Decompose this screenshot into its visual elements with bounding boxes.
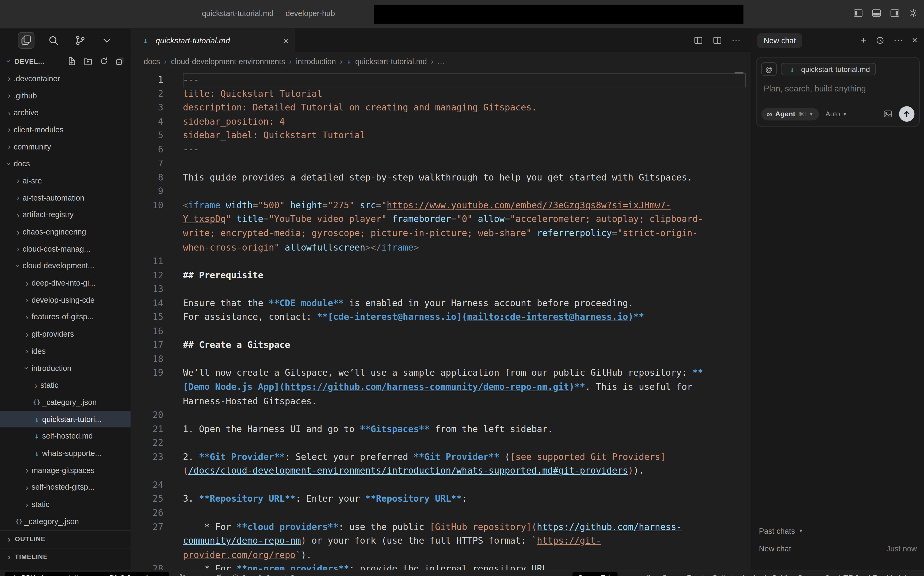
status-screen-reader[interactable]: Screen Reader Optimized	[662, 573, 744, 576]
breadcrumb-item[interactable]: ...	[438, 57, 444, 66]
code-line[interactable]: 22	[131, 437, 750, 450]
breadcrumb-item[interactable]: cloud-development-environments	[171, 57, 285, 66]
code-line[interactable]: 27 * For **cloud providers**: use the pu…	[131, 520, 750, 534]
code-line[interactable]: 1---	[131, 73, 750, 87]
code-editor[interactable]: 1---2title: Quickstart Tutorial3descript…	[131, 70, 750, 573]
status-zoom-status[interactable]	[645, 573, 653, 576]
status-eol[interactable]: LF	[869, 573, 877, 576]
split-editor-icon[interactable]	[713, 35, 722, 45]
status-errors[interactable]: 0	[231, 573, 246, 576]
code-line[interactable]: 15For assistance, contact: **[cde-intere…	[131, 311, 750, 325]
tree-item-develop-using-cde[interactable]: ›develop-using-cde	[0, 291, 131, 309]
new-file-icon[interactable]	[67, 56, 77, 66]
code-line[interactable]: provider.com/org/repo`).	[131, 548, 750, 562]
breadcrumb-item[interactable]: quickstart-tutorial.md	[355, 57, 427, 66]
code-line[interactable]: 11	[131, 255, 750, 269]
code-line[interactable]: 18	[131, 352, 750, 366]
tree-item-ides[interactable]: ›ides	[0, 342, 131, 360]
code-line[interactable]: 20	[131, 408, 750, 422]
chat-title-tab[interactable]: New chat	[757, 33, 802, 48]
status-remote-status[interactable]: SSH: documentation-repo-e5ifp9-8rzze4.us…	[5, 572, 169, 576]
code-line[interactable]: 253. **Repository URL**: Enter your **Re…	[131, 492, 750, 506]
code-line[interactable]: 26	[131, 506, 750, 520]
code-line[interactable]: 4sidebar_position: 4	[131, 115, 750, 129]
chat-history-icon[interactable]	[875, 35, 885, 45]
status-git-branch[interactable]: main	[179, 573, 205, 576]
new-chat-icon[interactable]: +	[861, 35, 866, 45]
activity-more-icon[interactable]	[99, 33, 115, 48]
status-encoding[interactable]: UTF-8	[839, 573, 859, 576]
chat-input-box[interactable]: @ ↓ quickstart-tutorial.md Plan, search,…	[756, 57, 920, 127]
tree-item--github[interactable]: ›.github	[0, 87, 131, 104]
code-line[interactable]: Harness-Hosted Gitspaces.	[131, 394, 750, 408]
context-file-chip[interactable]: ↓ quickstart-tutorial.md	[781, 63, 876, 75]
toggle-secondary-sidebar-icon[interactable]	[890, 8, 900, 18]
close-chat-icon[interactable]: ×	[912, 35, 918, 45]
tree-item-chaos-engineering[interactable]: ›chaos-engineering	[0, 223, 131, 240]
tree-item-static[interactable]: ›static	[0, 376, 131, 394]
tree-item-whats-supporte-[interactable]: ↓whats-supporte...	[0, 445, 131, 462]
code-line[interactable]: Y_txspDq" title="YouTube video player" f…	[131, 213, 750, 227]
tree-item-introduction[interactable]: ›introduction	[0, 359, 131, 376]
search-icon[interactable]	[46, 33, 61, 48]
code-line[interactable]: 19We’ll now create a Gitspace, we’ll use…	[131, 366, 750, 381]
source-control-icon[interactable]	[72, 33, 88, 48]
toggle-primary-sidebar-icon[interactable]	[854, 8, 863, 18]
past-chat-item[interactable]: New chat Just now	[759, 544, 917, 553]
breadcrumb-item[interactable]: docs	[144, 57, 160, 66]
code-line[interactable]: 10<iframe width="500" height="275" src="…	[131, 199, 750, 213]
tab-quickstart-tutorial[interactable]: ↓ quickstart-tutorial.md ×	[131, 29, 295, 53]
model-selector[interactable]: Auto ▼	[825, 110, 847, 118]
code-line[interactable]: 12## Prerequisite	[131, 269, 750, 283]
explorer-section-header[interactable]: › DEVEL...	[0, 52, 131, 70]
code-line[interactable]: 16	[131, 325, 750, 339]
tree-item-client-modules[interactable]: ›client-modules	[0, 121, 131, 138]
code-line[interactable]: 7	[131, 157, 750, 171]
toggle-panel-icon[interactable]	[872, 8, 881, 18]
status-indentation[interactable]: Spaces: 3	[798, 573, 829, 576]
tree-item-git-providers[interactable]: ›git-providers	[0, 325, 131, 342]
timeline-section[interactable]: › TIMELINE	[0, 548, 131, 566]
tree-item--category-json[interactable]: {}_category_.json	[0, 513, 131, 530]
code-line[interactable]: [Demo Node.js App](https://github.com/ha…	[131, 381, 750, 394]
code-line[interactable]: 3description: Detailed Tutorial on creat…	[131, 101, 750, 115]
tree-item-ai-sre[interactable]: ›ai-sre	[0, 172, 131, 189]
code-line[interactable]: 6---	[131, 143, 750, 157]
status-warnings[interactable]: 0	[256, 573, 271, 576]
tree-item-quickstart-tutori-[interactable]: ↓quickstart-tutori...	[0, 411, 131, 428]
code-line[interactable]: 211. Open the Harness UI and go to **Git…	[131, 422, 750, 437]
agent-mode-selector[interactable]: ∞ Agent ⌘I ▼	[761, 108, 819, 120]
code-line[interactable]: 2title: Quickstart Tutorial	[131, 87, 750, 101]
refresh-explorer-icon[interactable]	[99, 56, 109, 66]
explorer-icon[interactable]	[18, 32, 35, 49]
tree-item-deep-dive-into-gi-[interactable]: ›deep-dive-into-gi...	[0, 274, 131, 291]
tree-item-cloud-development-[interactable]: ›cloud-development...	[0, 257, 131, 274]
collapse-folders-icon[interactable]	[115, 56, 125, 66]
tree-item--devcontainer[interactable]: ›.devcontainer	[0, 70, 131, 87]
tree-item-manage-gitspaces[interactable]: ›manage-gitspaces	[0, 462, 131, 479]
code-line[interactable]: 14Ensure that the **CDE module** is enab…	[131, 296, 750, 310]
tree-item-community[interactable]: ›community	[0, 138, 131, 155]
attach-image-icon[interactable]	[883, 109, 893, 119]
code-line[interactable]: 8This guide provides a detailed step-by-…	[131, 171, 750, 185]
tree-item-static[interactable]: ›static	[0, 496, 131, 513]
status-cursor-position[interactable]: Ln 1, Col 1	[754, 573, 788, 576]
code-line[interactable]: 5sidebar_label: Quickstart Tutorial	[131, 129, 750, 143]
new-folder-icon[interactable]	[83, 56, 93, 66]
code-line[interactable]: 232. **Git Provider**: Select your prefe…	[131, 450, 750, 464]
code-line[interactable]: write; encrypted-media; gyroscope; pictu…	[131, 227, 750, 241]
chat-more-icon[interactable]: ⋯	[894, 35, 903, 45]
tree-item-features-of-gitsp-[interactable]: ›features-of-gitsp...	[0, 308, 131, 325]
code-line[interactable]: 9	[131, 185, 750, 199]
tree-item-artifact-registry[interactable]: ›artifact-registry	[0, 206, 131, 223]
code-line[interactable]: 17## Create a Gitspace	[131, 339, 750, 352]
code-line[interactable]: community/demo-repo-nm) or your fork (us…	[131, 534, 750, 548]
outline-section[interactable]: › OUTLINE	[0, 530, 131, 548]
tree-item-cloud-cost-manag-[interactable]: ›cloud-cost-manag...	[0, 240, 131, 258]
add-context-button[interactable]: @	[761, 62, 777, 76]
past-chats-toggle[interactable]: Past chats ▼	[759, 526, 917, 535]
code-line[interactable]: 13	[131, 283, 750, 296]
tree-item--category-json[interactable]: {}_category_.json	[0, 394, 131, 411]
tree-item-self-hosted-md[interactable]: ↓self-hosted.md	[0, 427, 131, 445]
code-line[interactable]: when-cross-origin" allowfullscreen></ifr…	[131, 241, 750, 254]
